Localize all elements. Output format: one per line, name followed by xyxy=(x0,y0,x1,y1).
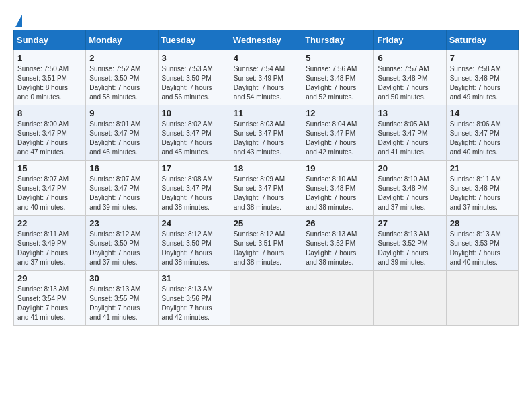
day-number: 18 xyxy=(234,163,298,173)
day-number: 13 xyxy=(378,108,442,118)
day-info: Sunrise: 8:12 AMSunset: 3:50 PMDaylight:… xyxy=(162,230,226,267)
day-number: 1 xyxy=(17,53,82,63)
day-number: 14 xyxy=(450,108,515,118)
day-number: 20 xyxy=(378,163,442,173)
day-info: Sunrise: 8:12 AMSunset: 3:50 PMDaylight:… xyxy=(89,230,154,267)
calendar-cell: 30Sunrise: 8:13 AMSunset: 3:55 PMDayligh… xyxy=(86,271,158,326)
calendar-cell: 20Sunrise: 8:10 AMSunset: 3:48 PMDayligh… xyxy=(374,161,446,216)
calendar-cell: 1Sunrise: 7:50 AMSunset: 3:51 PMDaylight… xyxy=(14,50,86,105)
calendar-cell xyxy=(446,271,518,326)
day-number: 10 xyxy=(162,108,226,118)
col-header-monday: Monday xyxy=(86,30,158,50)
calendar-cell xyxy=(374,271,446,326)
day-info: Sunrise: 8:02 AMSunset: 3:47 PMDaylight:… xyxy=(162,120,226,157)
calendar-cell: 4Sunrise: 7:54 AMSunset: 3:49 PMDaylight… xyxy=(230,50,302,105)
day-info: Sunrise: 8:13 AMSunset: 3:55 PMDaylight:… xyxy=(89,285,154,322)
day-number: 31 xyxy=(162,273,226,283)
col-header-thursday: Thursday xyxy=(302,30,374,50)
day-info: Sunrise: 7:50 AMSunset: 3:51 PMDaylight:… xyxy=(17,64,82,102)
day-number: 30 xyxy=(89,273,154,283)
calendar-cell: 11Sunrise: 8:03 AMSunset: 3:47 PMDayligh… xyxy=(230,105,302,161)
day-number: 25 xyxy=(234,218,298,228)
day-info: Sunrise: 8:05 AMSunset: 3:47 PMDaylight:… xyxy=(378,120,442,157)
calendar-header-row: SundayMondayTuesdayWednesdayThursdayFrid… xyxy=(14,30,519,50)
day-info: Sunrise: 8:08 AMSunset: 3:47 PMDaylight:… xyxy=(162,175,226,212)
calendar-week-row: 22Sunrise: 8:11 AMSunset: 3:49 PMDayligh… xyxy=(14,216,519,271)
calendar-cell: 27Sunrise: 8:13 AMSunset: 3:52 PMDayligh… xyxy=(374,216,446,271)
calendar-cell: 21Sunrise: 8:11 AMSunset: 3:48 PMDayligh… xyxy=(446,161,518,216)
day-info: Sunrise: 8:00 AMSunset: 3:47 PMDaylight:… xyxy=(17,120,82,157)
day-info: Sunrise: 8:07 AMSunset: 3:47 PMDaylight:… xyxy=(17,175,82,212)
day-info: Sunrise: 8:13 AMSunset: 3:53 PMDaylight:… xyxy=(450,230,515,267)
calendar-cell: 23Sunrise: 8:12 AMSunset: 3:50 PMDayligh… xyxy=(86,216,158,271)
day-info: Sunrise: 7:52 AMSunset: 3:50 PMDaylight:… xyxy=(89,64,154,102)
day-info: Sunrise: 8:06 AMSunset: 3:47 PMDaylight:… xyxy=(450,120,515,157)
calendar-cell: 24Sunrise: 8:12 AMSunset: 3:50 PMDayligh… xyxy=(158,216,230,271)
day-number: 5 xyxy=(306,53,370,63)
day-info: Sunrise: 8:12 AMSunset: 3:51 PMDaylight:… xyxy=(234,230,298,267)
day-info: Sunrise: 8:11 AMSunset: 3:48 PMDaylight:… xyxy=(450,175,515,212)
day-info: Sunrise: 8:13 AMSunset: 3:52 PMDaylight:… xyxy=(306,230,370,267)
day-info: Sunrise: 8:13 AMSunset: 3:56 PMDaylight:… xyxy=(162,285,226,322)
calendar-cell: 3Sunrise: 7:53 AMSunset: 3:50 PMDaylight… xyxy=(158,50,230,105)
calendar-cell: 22Sunrise: 8:11 AMSunset: 3:49 PMDayligh… xyxy=(14,216,86,271)
day-number: 3 xyxy=(162,53,226,63)
day-info: Sunrise: 8:09 AMSunset: 3:47 PMDaylight:… xyxy=(234,175,298,212)
calendar-cell: 9Sunrise: 8:01 AMSunset: 3:47 PMDaylight… xyxy=(86,105,158,161)
calendar-week-row: 15Sunrise: 8:07 AMSunset: 3:47 PMDayligh… xyxy=(14,161,519,216)
logo-triangle-icon xyxy=(15,15,22,27)
day-number: 23 xyxy=(89,218,154,228)
day-number: 4 xyxy=(234,53,298,63)
day-number: 24 xyxy=(162,218,226,228)
day-info: Sunrise: 8:01 AMSunset: 3:47 PMDaylight:… xyxy=(89,120,154,157)
day-number: 22 xyxy=(17,218,82,228)
calendar-cell: 7Sunrise: 7:58 AMSunset: 3:48 PMDaylight… xyxy=(446,50,518,105)
day-info: Sunrise: 8:07 AMSunset: 3:47 PMDaylight:… xyxy=(89,175,154,212)
col-header-wednesday: Wednesday xyxy=(230,30,302,50)
col-header-sunday: Sunday xyxy=(14,30,86,50)
day-number: 29 xyxy=(17,273,82,283)
day-info: Sunrise: 8:03 AMSunset: 3:47 PMDaylight:… xyxy=(234,120,298,157)
calendar-cell: 10Sunrise: 8:02 AMSunset: 3:47 PMDayligh… xyxy=(158,105,230,161)
day-number: 16 xyxy=(89,163,154,173)
calendar-cell: 12Sunrise: 8:04 AMSunset: 3:47 PMDayligh… xyxy=(302,105,374,161)
day-info: Sunrise: 8:04 AMSunset: 3:47 PMDaylight:… xyxy=(306,120,370,157)
calendar-cell: 29Sunrise: 8:13 AMSunset: 3:54 PMDayligh… xyxy=(14,271,86,326)
calendar-cell: 28Sunrise: 8:13 AMSunset: 3:53 PMDayligh… xyxy=(446,216,518,271)
calendar-week-row: 8Sunrise: 8:00 AMSunset: 3:47 PMDaylight… xyxy=(14,105,519,161)
day-number: 28 xyxy=(450,218,515,228)
day-number: 2 xyxy=(89,53,154,63)
day-number: 7 xyxy=(450,53,515,63)
day-number: 9 xyxy=(89,108,154,118)
day-info: Sunrise: 7:54 AMSunset: 3:49 PMDaylight:… xyxy=(234,64,298,102)
day-info: Sunrise: 7:53 AMSunset: 3:50 PMDaylight:… xyxy=(162,64,226,102)
day-number: 12 xyxy=(306,108,370,118)
day-info: Sunrise: 7:56 AMSunset: 3:48 PMDaylight:… xyxy=(306,64,370,102)
calendar-cell: 16Sunrise: 8:07 AMSunset: 3:47 PMDayligh… xyxy=(86,161,158,216)
col-header-saturday: Saturday xyxy=(446,30,518,50)
day-info: Sunrise: 8:10 AMSunset: 3:48 PMDaylight:… xyxy=(378,175,442,212)
col-header-tuesday: Tuesday xyxy=(158,30,230,50)
calendar-cell: 5Sunrise: 7:56 AMSunset: 3:48 PMDaylight… xyxy=(302,50,374,105)
logo xyxy=(13,13,22,26)
calendar-week-row: 29Sunrise: 8:13 AMSunset: 3:54 PMDayligh… xyxy=(14,271,519,326)
calendar-cell: 25Sunrise: 8:12 AMSunset: 3:51 PMDayligh… xyxy=(230,216,302,271)
calendar-cell: 8Sunrise: 8:00 AMSunset: 3:47 PMDaylight… xyxy=(14,105,86,161)
calendar-cell: 18Sunrise: 8:09 AMSunset: 3:47 PMDayligh… xyxy=(230,161,302,216)
calendar-cell: 26Sunrise: 8:13 AMSunset: 3:52 PMDayligh… xyxy=(302,216,374,271)
day-number: 26 xyxy=(306,218,370,228)
page-header xyxy=(13,13,519,26)
calendar-cell xyxy=(230,271,302,326)
day-info: Sunrise: 7:57 AMSunset: 3:48 PMDaylight:… xyxy=(378,64,442,102)
calendar-cell: 15Sunrise: 8:07 AMSunset: 3:47 PMDayligh… xyxy=(14,161,86,216)
calendar-cell: 6Sunrise: 7:57 AMSunset: 3:48 PMDaylight… xyxy=(374,50,446,105)
calendar-week-row: 1Sunrise: 7:50 AMSunset: 3:51 PMDaylight… xyxy=(14,50,519,105)
day-info: Sunrise: 8:13 AMSunset: 3:54 PMDaylight:… xyxy=(17,285,82,322)
day-info: Sunrise: 8:10 AMSunset: 3:48 PMDaylight:… xyxy=(306,175,370,212)
day-info: Sunrise: 8:13 AMSunset: 3:52 PMDaylight:… xyxy=(378,230,442,267)
day-info: Sunrise: 8:11 AMSunset: 3:49 PMDaylight:… xyxy=(17,230,82,267)
col-header-friday: Friday xyxy=(374,30,446,50)
day-number: 21 xyxy=(450,163,515,173)
calendar-cell: 2Sunrise: 7:52 AMSunset: 3:50 PMDaylight… xyxy=(86,50,158,105)
day-number: 15 xyxy=(17,163,82,173)
